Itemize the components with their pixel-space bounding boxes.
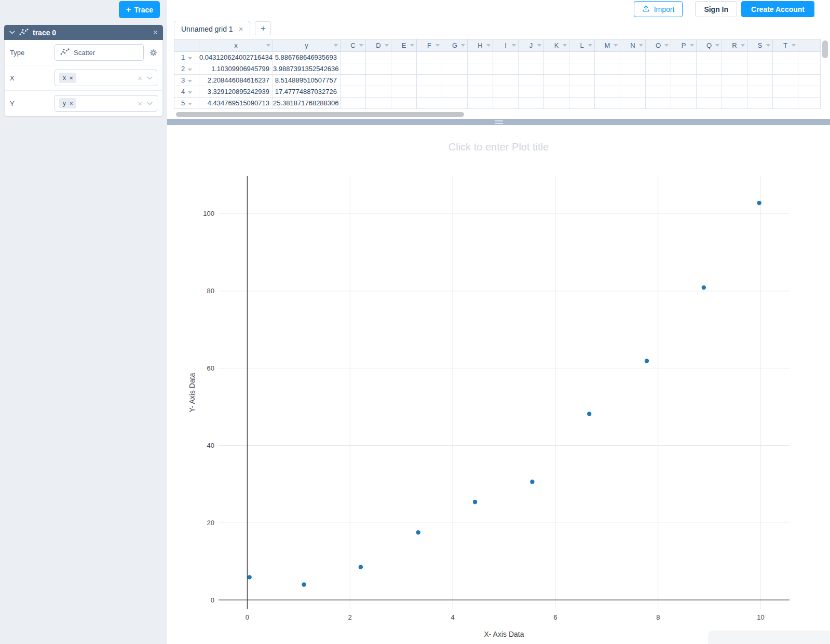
column-menu-arrow-icon[interactable] <box>614 44 618 47</box>
empty-cell[interactable] <box>646 63 671 75</box>
empty-cell[interactable] <box>417 52 442 63</box>
column-header-E[interactable]: E <box>391 39 417 52</box>
chevron-down-icon[interactable] <box>147 76 153 80</box>
column-menu-arrow-icon[interactable] <box>359 44 363 47</box>
empty-cell[interactable] <box>646 98 671 109</box>
empty-cell[interactable] <box>493 86 519 98</box>
empty-cell[interactable] <box>620 52 646 63</box>
cell-x5[interactable]: 4.434769515090713 <box>199 98 273 109</box>
empty-cell[interactable] <box>798 52 821 63</box>
column-header-D[interactable]: D <box>366 39 391 52</box>
x-chip[interactable]: x × <box>59 73 76 83</box>
row-number-cell[interactable]: 4 <box>174 86 199 98</box>
empty-cell[interactable] <box>366 86 391 98</box>
close-icon[interactable]: × <box>239 24 243 33</box>
column-menu-arrow-icon[interactable] <box>537 44 541 47</box>
empty-cell[interactable] <box>722 75 747 86</box>
column-menu-arrow-icon[interactable] <box>385 44 389 47</box>
empty-cell[interactable] <box>747 86 773 98</box>
scatter-chart[interactable]: 0246810020406080100X- Axis DataY- Axis D… <box>167 125 830 644</box>
create-account-button[interactable]: Create Account <box>741 1 814 17</box>
cell-x4[interactable]: 3.329120895242939 <box>199 86 273 98</box>
empty-cell[interactable] <box>417 86 442 98</box>
row-number-cell[interactable]: 5 <box>174 98 199 109</box>
chip-remove-icon[interactable]: × <box>70 100 73 106</box>
empty-cell[interactable] <box>442 52 468 63</box>
empty-cell[interactable] <box>798 86 821 98</box>
column-menu-arrow-icon[interactable] <box>410 44 414 47</box>
empty-cell[interactable] <box>773 75 798 86</box>
empty-cell[interactable] <box>595 63 620 75</box>
empty-cell[interactable] <box>773 52 798 63</box>
close-icon[interactable]: × <box>153 28 158 37</box>
empty-cell[interactable] <box>341 86 366 98</box>
y-axis-title[interactable]: Y- Axis Data <box>188 373 196 412</box>
empty-cell[interactable] <box>697 86 722 98</box>
x-column-select[interactable]: x × × <box>55 70 157 86</box>
chevron-down-icon[interactable] <box>147 102 153 105</box>
column-menu-arrow-icon[interactable] <box>436 44 440 47</box>
empty-cell[interactable] <box>519 98 544 109</box>
vertical-scrollbar-thumb[interactable] <box>822 40 828 58</box>
empty-cell[interactable] <box>391 86 417 98</box>
grid-tab[interactable]: Unnamed grid 1 × <box>174 21 250 36</box>
empty-cell[interactable] <box>671 52 697 63</box>
empty-cell[interactable] <box>493 63 519 75</box>
empty-cell[interactable] <box>442 98 468 109</box>
column-header-F[interactable]: F <box>417 39 442 52</box>
empty-cell[interactable] <box>798 98 821 109</box>
empty-cell[interactable] <box>620 86 646 98</box>
empty-cell[interactable] <box>697 75 722 86</box>
panel-resize-handle[interactable] <box>167 119 830 125</box>
empty-cell[interactable] <box>468 86 493 98</box>
empty-cell[interactable] <box>697 63 722 75</box>
empty-cell[interactable] <box>620 98 646 109</box>
empty-cell[interactable] <box>569 63 595 75</box>
row-menu-arrow-icon[interactable] <box>188 103 192 105</box>
column-header-R[interactable]: R <box>722 39 747 52</box>
empty-cell[interactable] <box>341 63 366 75</box>
row-menu-arrow-icon[interactable] <box>188 68 192 71</box>
column-menu-arrow-icon[interactable] <box>512 44 516 47</box>
empty-cell[interactable] <box>595 98 620 109</box>
trace-type-dropdown[interactable]: Scatter <box>55 44 144 61</box>
empty-cell[interactable] <box>646 52 671 63</box>
cell-x1[interactable]: 0.043120624002716434 <box>199 52 273 63</box>
empty-cell[interactable] <box>391 63 417 75</box>
row-menu-arrow-icon[interactable] <box>188 80 192 83</box>
empty-cell[interactable] <box>468 98 493 109</box>
column-header-T[interactable]: T <box>773 39 798 52</box>
empty-cell[interactable] <box>671 75 697 86</box>
empty-cell[interactable] <box>366 52 391 63</box>
empty-cell[interactable] <box>620 75 646 86</box>
empty-cell[interactable] <box>620 63 646 75</box>
empty-cell[interactable] <box>341 98 366 109</box>
cell-y3[interactable]: 8.514889510507757 <box>273 75 341 86</box>
cell-x3[interactable]: 2.208446084616237 <box>199 75 273 86</box>
empty-cell[interactable] <box>468 52 493 63</box>
column-header-I[interactable]: I <box>493 39 519 52</box>
empty-cell[interactable] <box>773 63 798 75</box>
empty-cell[interactable] <box>722 98 747 109</box>
row-menu-arrow-icon[interactable] <box>188 91 192 94</box>
column-menu-arrow-icon[interactable] <box>792 44 796 47</box>
empty-cell[interactable] <box>366 75 391 86</box>
empty-cell[interactable] <box>671 63 697 75</box>
empty-cell[interactable] <box>493 75 519 86</box>
cell-y4[interactable]: 17.47774887032726 <box>273 86 341 98</box>
column-header-K[interactable]: K <box>544 39 569 52</box>
column-header-y[interactable]: y <box>273 39 341 52</box>
empty-cell[interactable] <box>569 75 595 86</box>
empty-cell[interactable] <box>544 98 569 109</box>
cell-x2[interactable]: 1.10309906945799 <box>199 63 273 75</box>
trace-panel-header[interactable]: trace 0 × <box>4 25 163 40</box>
x-axis-title[interactable]: X- Axis Data <box>484 630 524 638</box>
column-menu-arrow-icon[interactable] <box>334 44 338 47</box>
column-menu-arrow-icon[interactable] <box>461 44 465 47</box>
empty-cell[interactable] <box>366 98 391 109</box>
empty-cell[interactable] <box>722 63 747 75</box>
empty-cell[interactable] <box>442 63 468 75</box>
empty-cell[interactable] <box>747 63 773 75</box>
row-menu-arrow-icon[interactable] <box>188 57 192 60</box>
empty-cell[interactable] <box>671 98 697 109</box>
